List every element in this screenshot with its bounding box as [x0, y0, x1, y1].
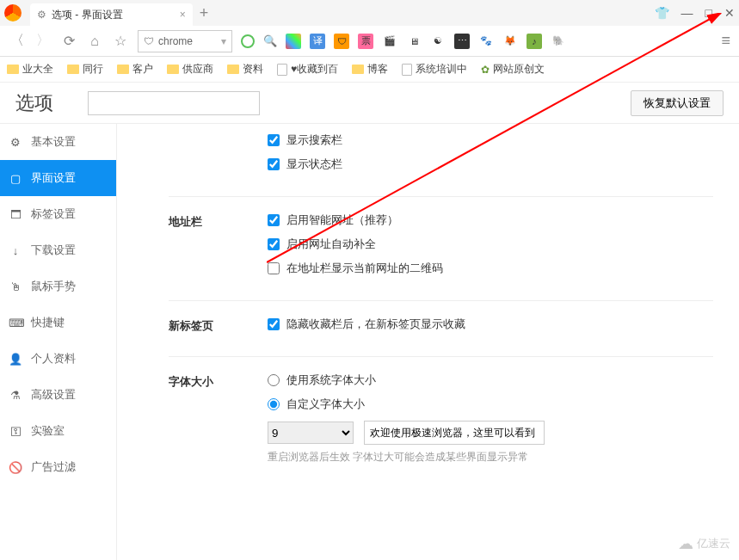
extension-toolbar: 译 🛡 票 🎬 🖥 ☯ ⋯ 🐾 🦊 ♪ 🐘 — [286, 34, 566, 49]
bookmark-item[interactable]: ♥收藏到百 — [277, 62, 338, 77]
sidebar-icon: ↓ — [9, 244, 22, 257]
option-label: 显示搜索栏 — [286, 132, 342, 148]
minimize-button[interactable]: — — [681, 6, 693, 20]
shield-icon: 🛡 — [144, 35, 154, 47]
font-preview-input[interactable] — [364, 421, 545, 445]
radio-1[interactable] — [268, 398, 280, 410]
sidebar-item-3[interactable]: ↓下载设置 — [0, 232, 116, 268]
ext-icon-9[interactable]: 🐾 — [478, 34, 494, 49]
reload-button[interactable]: ⟳ — [60, 33, 77, 49]
option-label: 自定义字体大小 — [286, 397, 365, 412]
option-label: 使用系统字体大小 — [286, 372, 376, 388]
title-bar: ⚙ 选项 - 界面设置 × + 👕 — □ ✕ — [0, 0, 739, 26]
back-button[interactable]: 〈 — [9, 32, 26, 50]
sidebar-label: 鼠标手势 — [31, 279, 76, 294]
sidebar-label: 下载设置 — [31, 243, 76, 258]
checkbox-0[interactable] — [268, 318, 280, 330]
option-label: 在地址栏显示当前网址的二维码 — [286, 261, 443, 276]
sidebar-item-0[interactable]: ⚙基本设置 — [0, 124, 116, 160]
option-label: 启用智能网址（推荐） — [286, 212, 398, 228]
checkbox-1[interactable] — [268, 238, 280, 250]
checkbox-0[interactable] — [268, 134, 280, 146]
window-controls: 👕 — □ ✕ — [655, 6, 735, 20]
ext-icon-5[interactable]: 🎬 — [382, 34, 397, 49]
page-icon — [402, 64, 412, 76]
sidebar-icon: 🗖 — [9, 208, 22, 221]
leaf-icon: ✿ — [481, 64, 490, 76]
bookmark-item[interactable]: 客户 — [117, 62, 153, 77]
sidebar-icon: ⚙ — [9, 136, 22, 149]
gear-icon: ⚙ — [37, 9, 46, 21]
option-label: 显示状态栏 — [286, 157, 342, 172]
close-window-button[interactable]: ✕ — [724, 6, 735, 20]
search-icon[interactable]: 🔍 — [263, 34, 277, 47]
ext-icon-12[interactable]: 🐘 — [551, 34, 566, 49]
sidebar-item-6[interactable]: 👤个人资料 — [0, 341, 116, 377]
checkbox-2[interactable] — [268, 262, 280, 274]
radio-0[interactable] — [268, 374, 280, 386]
sidebar-item-4[interactable]: 🖱鼠标手势 — [0, 268, 116, 305]
ext-icon-2[interactable]: 译 — [310, 34, 325, 49]
sidebar-item-2[interactable]: 🗖标签设置 — [0, 196, 116, 232]
bookmark-bar: 业大全同行客户供应商资料♥收藏到百博客系统培训中✿网站原创文 — [0, 57, 739, 83]
sidebar-item-5[interactable]: ⌨快捷键 — [0, 305, 116, 341]
section-label-font: 字体大小 — [169, 372, 268, 465]
forward-button[interactable]: 〉 — [34, 32, 52, 50]
font-hint: 重启浏览器后生效 字体过大可能会造成某些界面显示异常 — [268, 450, 713, 465]
new-tab-button[interactable]: + — [200, 4, 209, 22]
ext-icon-4[interactable]: 票 — [358, 34, 373, 49]
reset-defaults-button[interactable]: 恢复默认设置 — [631, 90, 724, 116]
cloud-icon: ☁ — [678, 534, 693, 553]
checkbox-1[interactable] — [268, 158, 280, 170]
browser-logo-icon — [4, 4, 22, 22]
skin-button[interactable]: 👕 — [655, 6, 669, 20]
address-text: chrome — [158, 35, 193, 47]
ext-icon-6[interactable]: 🖥 — [406, 34, 422, 49]
watermark: ☁ 亿速云 — [678, 534, 730, 553]
ext-icon-8[interactable]: ⋯ — [454, 34, 470, 49]
search-engine-icon[interactable] — [241, 34, 255, 48]
settings-main-panel: 显示搜索栏显示状态栏 地址栏 启用智能网址（推荐）启用网址自动补全在地址栏显示当… — [116, 124, 739, 560]
ext-icon-11[interactable]: ♪ — [527, 34, 542, 49]
settings-sidebar: ⚙基本设置▢界面设置🗖标签设置↓下载设置🖱鼠标手势⌨快捷键👤个人资料⚗高级设置⚿… — [0, 124, 116, 560]
bookmark-item[interactable]: 同行 — [67, 62, 103, 77]
sidebar-icon: ⌨ — [9, 317, 22, 329]
page-icon — [277, 64, 287, 76]
option-label: 隐藏收藏栏后，在新标签页显示收藏 — [286, 317, 465, 332]
nav-bar: 〈 〉 ⟳ ⌂ ☆ 🛡 chrome ▾ 🔍 译 🛡 票 🎬 🖥 ☯ ⋯ 🐾 🦊… — [0, 26, 739, 57]
maximize-button[interactable]: □ — [705, 6, 712, 20]
tab-title: 选项 - 界面设置 — [52, 8, 123, 22]
sidebar-label: 高级设置 — [31, 387, 76, 403]
menu-button[interactable]: ≡ — [721, 32, 730, 50]
font-size-select[interactable]: 9 — [268, 422, 354, 444]
sidebar-item-7[interactable]: ⚗高级设置 — [0, 377, 116, 413]
bookmark-item[interactable]: 资料 — [227, 62, 263, 77]
checkbox-0[interactable] — [268, 214, 280, 226]
ext-icon-10[interactable]: 🦊 — [502, 34, 518, 49]
sidebar-item-9[interactable]: 🚫广告过滤 — [0, 449, 116, 485]
sidebar-label: 广告过滤 — [31, 459, 76, 475]
close-tab-icon[interactable]: × — [180, 9, 186, 21]
home-button[interactable]: ⌂ — [86, 34, 103, 49]
sidebar-icon: 🖱 — [9, 280, 22, 293]
bookmark-item[interactable]: 系统培训中 — [402, 62, 467, 77]
address-bar[interactable]: 🛡 chrome ▾ — [138, 30, 232, 52]
sidebar-label: 标签设置 — [31, 206, 76, 222]
content-area: ⚙基本设置▢界面设置🗖标签设置↓下载设置🖱鼠标手势⌨快捷键👤个人资料⚗高级设置⚿… — [0, 124, 739, 560]
browser-tab[interactable]: ⚙ 选项 - 界面设置 × — [30, 3, 193, 26]
bookmark-item[interactable]: 业大全 — [7, 62, 53, 77]
settings-search-input[interactable] — [88, 91, 260, 115]
bookmark-item[interactable]: 供应商 — [167, 62, 213, 77]
dropdown-icon[interactable]: ▾ — [221, 35, 226, 47]
star-button[interactable]: ☆ — [112, 33, 129, 49]
settings-header: 选项 恢复默认设置 — [0, 83, 739, 124]
sidebar-item-8[interactable]: ⚿实验室 — [0, 413, 116, 449]
ext-icon-7[interactable]: ☯ — [430, 34, 446, 49]
bookmark-item[interactable]: ✿网站原创文 — [481, 62, 545, 77]
bookmark-item[interactable]: 博客 — [352, 62, 388, 77]
ext-icon-1[interactable] — [286, 34, 301, 49]
ext-icon-3[interactable]: 🛡 — [334, 34, 349, 49]
folder-icon — [117, 65, 129, 74]
sidebar-label: 实验室 — [31, 423, 65, 439]
sidebar-item-1[interactable]: ▢界面设置 — [0, 160, 116, 196]
